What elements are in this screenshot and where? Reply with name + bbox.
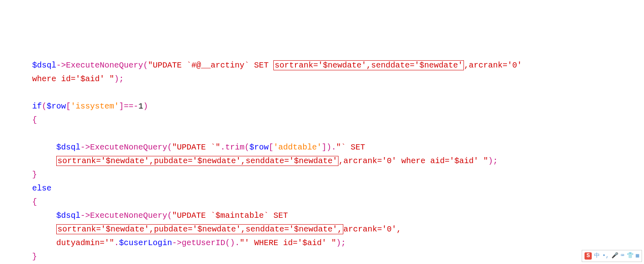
- punct-icon[interactable]: •,: [602, 251, 609, 261]
- highlight-box: sortrank='$newdate',pubdate='$newdate',s…: [56, 224, 343, 234]
- var: $dsql: [56, 211, 80, 220]
- highlight-box: sortrank='$newdate',pubdate='$newdate',s…: [56, 156, 338, 166]
- string: where id='$aid' ": [32, 74, 114, 84]
- brace: }: [32, 252, 37, 261]
- keyword: else: [32, 184, 51, 193]
- brace: {: [32, 197, 37, 207]
- brace: {: [32, 115, 37, 125]
- sogou-logo-icon: S: [585, 252, 592, 260]
- string: "UPDATE `#@__arctiny` SET: [148, 61, 273, 70]
- var: $dsql: [32, 61, 56, 70]
- code-block: $dsql->ExecuteNoneQuery("UPDATE `#@__arc…: [8, 59, 636, 264]
- code: ->ExecuteNoneQuery(: [56, 61, 148, 70]
- keyword: if: [32, 102, 42, 111]
- skin-icon[interactable]: 👕: [627, 251, 634, 261]
- grid-icon[interactable]: ▦: [636, 251, 639, 261]
- brace: }: [32, 170, 37, 179]
- string: ,arcrank='0': [464, 61, 527, 70]
- ime-status-bar[interactable]: S 中 •, 🎤 ⌨ 👕 ▦: [582, 250, 642, 262]
- code: );: [114, 74, 124, 84]
- highlight-box: sortrank='$newdate',senddate='$newdate': [273, 60, 464, 70]
- keyboard-icon[interactable]: ⌨: [621, 251, 624, 261]
- mic-icon[interactable]: 🎤: [611, 251, 618, 261]
- var: $dsql: [56, 143, 80, 152]
- lang-indicator[interactable]: 中: [594, 251, 600, 261]
